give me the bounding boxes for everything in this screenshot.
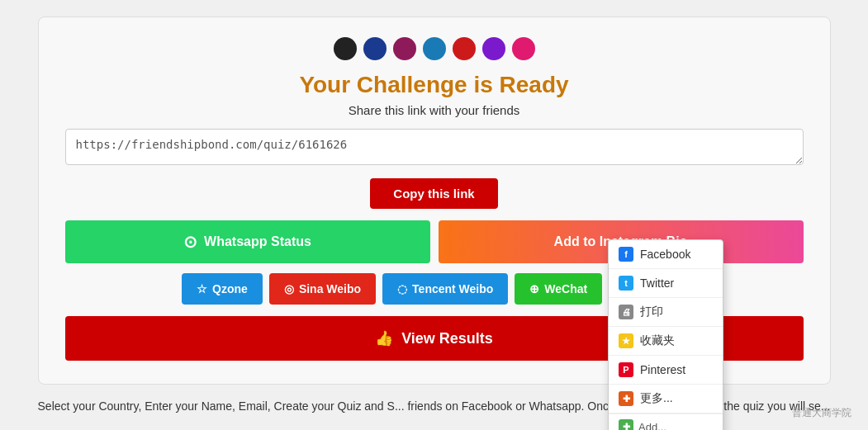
dropdown-menu: f Facebook t Twitter 🖨 打印 ★ 收藏夹 P Pinter… xyxy=(608,239,723,430)
wechat-button[interactable]: ⊕ WeChat xyxy=(515,273,602,305)
add-more-icon: ✚ xyxy=(619,419,633,430)
sina-label: Sina Weibo xyxy=(299,282,361,295)
page-wrapper: Your Challenge is Ready Share this link … xyxy=(0,0,868,430)
dropdown-add-more[interactable]: ✚ Add... xyxy=(609,413,723,430)
whatsapp-icon: ⊙ xyxy=(183,232,197,252)
color-dot xyxy=(363,37,387,60)
qzone-button[interactable]: ☆ Qzone xyxy=(182,273,263,305)
facebook-icon: f xyxy=(619,247,633,262)
dropdown-twitter[interactable]: t Twitter xyxy=(609,269,723,298)
more2-label: 更多... xyxy=(640,391,673,406)
print-icon: 🖨 xyxy=(619,305,633,319)
copy-link-button[interactable]: Copy this link xyxy=(370,178,497,209)
wechat-label: WeChat xyxy=(544,282,587,295)
dots-row xyxy=(65,37,804,60)
dropdown-more2[interactable]: ✚ 更多... xyxy=(609,385,723,413)
results-icon: 👍 xyxy=(375,329,393,347)
sina-weibo-button[interactable]: ◎ Sina Weibo xyxy=(269,273,376,305)
page-subtitle: Share this link with your friends xyxy=(65,103,804,117)
dropdown-bookmark[interactable]: ★ 收藏夹 xyxy=(609,327,723,356)
pinterest-label: Pinterest xyxy=(640,363,685,376)
bookmark-label: 收藏夹 xyxy=(640,333,675,348)
more2-icon: ✚ xyxy=(619,391,633,406)
tencent-icon: ◌ xyxy=(397,282,407,295)
dropdown-facebook[interactable]: f Facebook xyxy=(609,240,723,269)
color-dot xyxy=(393,37,416,60)
bookmark-icon: ★ xyxy=(619,333,633,348)
dropdown-print[interactable]: 🖨 打印 xyxy=(609,298,723,327)
page-title: Your Challenge is Ready xyxy=(65,72,804,98)
facebook-label: Facebook xyxy=(640,248,690,261)
color-dot xyxy=(482,37,505,60)
whatsapp-label: Whatsapp Status xyxy=(204,234,311,249)
dropdown-pinterest[interactable]: P Pinterest xyxy=(609,356,723,385)
link-input[interactable] xyxy=(65,129,804,165)
color-dot xyxy=(453,37,476,60)
whatsapp-button[interactable]: ⊙ Whatsapp Status xyxy=(65,220,430,263)
add-more-label: Add... xyxy=(638,421,666,431)
color-dot xyxy=(423,37,446,60)
qzone-icon: ☆ xyxy=(197,282,207,295)
sina-icon: ◎ xyxy=(284,282,294,295)
view-results-label: View Results xyxy=(401,330,493,347)
tencent-label: Tencent Weibo xyxy=(412,282,493,295)
wechat-icon: ⊕ xyxy=(529,282,539,295)
watermark: 普通大商学院 xyxy=(792,406,851,420)
color-dot xyxy=(334,37,357,60)
twitter-label: Twitter xyxy=(640,276,674,290)
print-label: 打印 xyxy=(640,305,663,319)
twitter-icon: t xyxy=(619,276,633,291)
color-dot xyxy=(512,37,535,60)
pinterest-icon: P xyxy=(619,362,633,377)
qzone-label: Qzone xyxy=(212,282,248,295)
tencent-weibo-button[interactable]: ◌ Tencent Weibo xyxy=(382,273,508,305)
